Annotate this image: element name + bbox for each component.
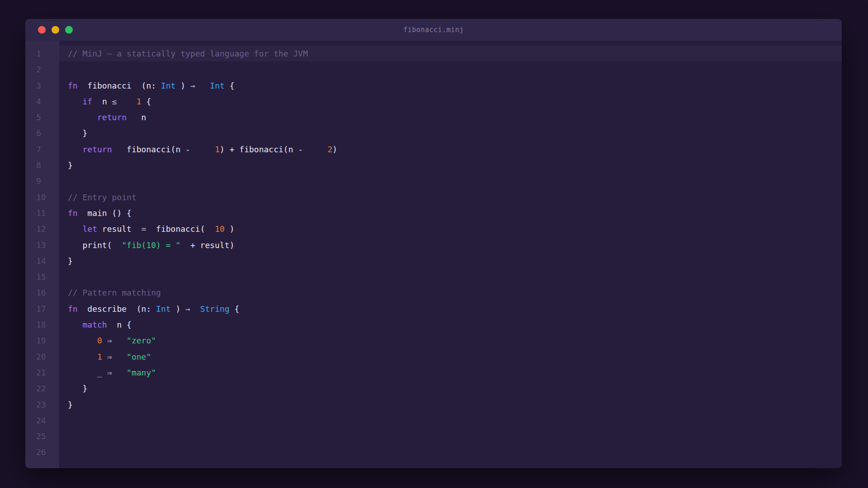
token-comment: // MinJ — a statically typed language fo… [68,49,308,58]
line-number-3: 3 [36,78,59,94]
token-keyword: fn [68,81,78,90]
token-punct: = [142,224,146,234]
token-plain: } [68,400,73,409]
code-line-1: // MinJ — a statically typed language fo… [59,46,842,61]
code-line-13: print( "fib(10) = " + result) [68,237,842,253]
token-keyword: return [83,145,112,154]
token-punct: ⇒ [107,352,112,361]
line-number-14: 14 [36,253,59,269]
line-number-16: 16 [36,285,59,300]
token-plain [102,352,107,361]
token-plain: } [68,256,73,266]
code-line-20: 1 ⇒ "one" [68,349,842,365]
code-line-8: } [68,157,842,173]
code-line-16: // Pattern matching [68,285,842,300]
token-plain: } [68,384,87,393]
code-line-4: if n ≤ 1 { [68,94,842,109]
traffic-lights [38,26,73,34]
line-number-15: 15 [36,269,59,285]
token-type: String [200,304,230,314]
line-number-12: 12 [36,221,59,237]
token-plain: ) [332,145,337,154]
code-line-9 [68,173,842,189]
code-line-14: } [68,253,842,269]
token-plain: main () { [78,208,132,218]
line-number-23: 23 [36,397,59,413]
token-plain: result [97,224,142,234]
token-punct: ⇒ [107,336,112,345]
token-plain: fibonacci( [146,224,215,234]
code-line-18: match n { [68,317,842,333]
token-number: 1 [97,352,102,361]
line-number-21: 21 [36,365,59,380]
token-plain: n { [107,320,132,329]
token-string: "one" [127,352,151,361]
line-number-20: 20 [36,349,59,365]
code-line-2 [68,61,842,77]
line-number-17: 17 [36,301,59,317]
code-line-22: } [68,380,842,396]
token-keyword: match [83,320,107,329]
token-plain [112,368,127,377]
token-plain [68,113,97,122]
token-plain: fibonacci (n: [78,81,161,90]
token-plain: _ [97,368,102,377]
token-plain: { [225,81,235,90]
token-keyword: fn [68,304,78,314]
code-area[interactable]: // MinJ — a statically typed language fo… [59,41,842,468]
line-number-2: 2 [36,61,59,77]
line-number-5: 5 [36,109,59,125]
token-punct: ⇒ [107,368,112,377]
token-type: Int [210,81,225,90]
minimize-button[interactable] [52,26,59,34]
line-number-13: 13 [36,237,59,253]
token-plain: fibonacci(n - [112,145,190,154]
code-line-6: } [68,125,842,141]
token-plain: ) [171,304,186,314]
line-number-19: 19 [36,333,59,348]
token-plain [68,97,83,106]
token-type: Int [156,304,171,314]
token-plain [102,336,107,345]
line-number-9: 9 [36,173,59,189]
token-punct: → [185,304,190,314]
line-number-gutter: 1234567891011121314151617181920212223242… [25,41,59,468]
token-plain [68,145,83,154]
token-number: 0 [97,336,102,345]
line-number-6: 6 [36,125,59,141]
token-plain: n [127,113,146,122]
token-type: Int [161,81,176,90]
line-number-24: 24 [36,413,59,428]
code-line-11: fn main () { [68,205,842,221]
token-plain: } [68,128,87,138]
token-number: 2 [327,145,332,154]
code-line-3: fn fibonacci (n: Int ) → Int { [68,78,842,94]
token-plain: n [92,97,112,106]
token-plain: ) [175,81,190,90]
token-plain: print( [68,240,122,250]
token-comment: // Pattern matching [68,288,161,297]
token-keyword: let [83,224,98,234]
code-line-12: let result = fibonacci( 10 ) [68,221,842,237]
editor-window: fibonacci.minj 1234567891011121314151617… [25,19,842,468]
close-button[interactable] [38,26,46,34]
code-line-23: } [68,397,842,413]
line-number-4: 4 [36,94,59,109]
zoom-button[interactable] [65,26,73,34]
line-number-8: 8 [36,157,59,173]
line-number-11: 11 [36,205,59,221]
token-plain [190,304,200,314]
token-plain [303,145,327,154]
code-line-25 [68,428,842,444]
code-line-10: // Entry point [68,189,842,205]
token-plain: { [230,304,240,314]
code-line-7: return fibonacci(n - 1) + fibonacci(n - … [68,141,842,157]
token-number: 10 [215,224,225,234]
token-string: "zero" [127,336,156,345]
token-string: "fib(10) = " [122,240,180,250]
token-plain: + result) [180,240,234,250]
token-comment: // Entry point [68,192,137,202]
token-plain [68,352,97,361]
code-line-26 [68,444,842,460]
code-line-17: fn describe (n: Int ) → String { [68,301,842,317]
